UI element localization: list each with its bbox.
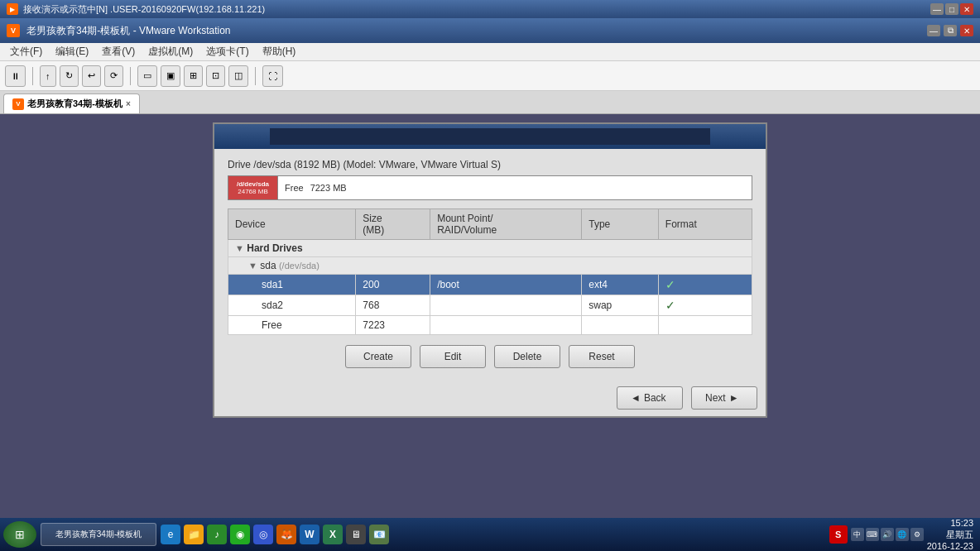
delete-button[interactable]: Delete	[494, 345, 560, 368]
minimize-button[interactable]: —	[930, 3, 944, 15]
windows-icon: ⊞	[15, 528, 25, 541]
partition-dialog: Drive /dev/sda (8192 MB) (Model: VMware,…	[213, 122, 767, 418]
drive-free-size: 7223 MB	[310, 183, 347, 193]
taskbar-media[interactable]: ♪	[207, 525, 227, 544]
menu-help[interactable]: 帮助(H)	[256, 43, 303, 60]
toolbar-fullscreen[interactable]: ⛶	[262, 65, 283, 87]
vmware-window: ▶ 接收演示或示范中[N] .USER-20160920FW(192.168.1…	[0, 0, 980, 518]
title-bar-text: 接收演示或示范中[N] .USER-20160920FW(192.168.11.…	[23, 3, 265, 16]
toolbar-sep3	[255, 67, 256, 85]
taskbar-fox[interactable]: 🦊	[276, 525, 296, 544]
subgroup-sda: ▼ sda (/dev/sda)	[228, 257, 752, 275]
toolbar-refresh[interactable]: ⟳	[104, 65, 123, 87]
group-expand-icon[interactable]: ▼	[235, 243, 244, 253]
tray-icon-3: 🔊	[881, 528, 894, 541]
taskbar-excel[interactable]: X	[323, 525, 343, 544]
reset-button[interactable]: Reset	[569, 345, 635, 368]
sda2-mount	[430, 295, 582, 316]
free-device: Free	[228, 316, 356, 335]
sda1-type: ext4	[582, 275, 659, 295]
next-label: Next	[705, 392, 726, 404]
dialog-header	[214, 124, 766, 149]
toolbar-screen1[interactable]: ▭	[137, 65, 157, 87]
tab-close-button[interactable]: ×	[126, 99, 131, 108]
app-minimize-button[interactable]: —	[927, 25, 940, 36]
chrome-icon: ◎	[259, 529, 267, 540]
next-button[interactable]: Next ►	[691, 386, 757, 410]
app-title-text: 老男孩教育34期-模板机 - VMware Workstation	[26, 24, 231, 38]
tray-icon-5: ⚙	[910, 528, 924, 541]
sda2-size: 768	[356, 295, 430, 316]
nav-row: ◄ Back Next ►	[214, 386, 766, 410]
free-mount	[430, 316, 582, 335]
partition-row-sda2[interactable]: sda2 768 swap ✓	[228, 295, 752, 316]
tray-s-icon[interactable]: S	[829, 525, 848, 544]
tray-icons: 中 ⌨ 🔊 🌐 ⚙	[851, 528, 924, 541]
edit-button[interactable]: Edit	[420, 345, 486, 368]
maximize-button[interactable]: □	[945, 3, 958, 15]
toolbar-undo[interactable]: ↩	[82, 65, 101, 87]
group-label: Hard Drives	[247, 242, 302, 254]
menu-view[interactable]: 查看(V)	[95, 43, 142, 60]
tray-icon-1: 中	[851, 528, 864, 541]
sda1-format: ✓	[658, 275, 752, 295]
taskbar-vmware[interactable]: 老男孩教育34期-模板机	[41, 523, 156, 546]
monitor-icon: 🖥	[351, 529, 361, 540]
menu-tabs[interactable]: 选项卡(T)	[199, 43, 255, 60]
taskbar-green[interactable]: ◉	[230, 525, 250, 544]
menu-file[interactable]: 文件(F)	[3, 43, 49, 60]
toolbar-sep1	[32, 67, 33, 85]
tray-icon-2: ⌨	[866, 528, 879, 541]
back-button[interactable]: ◄ Back	[617, 386, 683, 410]
toolbar-sep2	[130, 67, 131, 85]
toolbar-screen2[interactable]: ▣	[161, 65, 180, 87]
window-controls: — □ ✕	[930, 3, 973, 15]
taskbar-vmware-label: 老男孩教育34期-模板机	[55, 529, 142, 540]
toolbar-recv[interactable]: ↻	[60, 65, 79, 87]
action-buttons: Create Edit Delete Reset	[228, 345, 752, 368]
tray-icon-4: 🌐	[896, 528, 909, 541]
tab-main[interactable]: V 老男孩教育34期-模板机 ×	[3, 93, 140, 113]
drive-visual: /d/dev/sda 24768 MB Free 7223 MB	[228, 175, 752, 200]
back-arrow-icon: ◄	[631, 392, 641, 404]
tray-clock: 15:23 星期五 2016-12-23	[927, 517, 973, 551]
fox-icon: 🦊	[281, 529, 293, 540]
toolbar-send[interactable]: ↑	[40, 65, 56, 87]
dialog-body: Drive /dev/sda (8192 MB) (Model: VMware,…	[214, 149, 766, 378]
drive-free-label: Free	[285, 183, 304, 193]
create-button[interactable]: Create	[345, 345, 411, 368]
app-restore-button[interactable]: ⧉	[944, 25, 957, 36]
toolbar-screen5[interactable]: ◫	[228, 65, 248, 87]
partition-row-sda1[interactable]: sda1 200 /boot ext4 ✓	[228, 275, 752, 295]
taskbar-tray: S 中 ⌨ 🔊 🌐 ⚙ 15:23 星期五 2016-12-23	[829, 517, 977, 551]
media-icon: ♪	[214, 529, 219, 540]
taskbar-monitor[interactable]: 🖥	[346, 525, 366, 544]
toolbar: ⏸ ↑ ↻ ↩ ⟳ ▭ ▣ ⊞ ⊡ ◫ ⛶	[0, 61, 980, 91]
app-close-button[interactable]: ✕	[960, 25, 973, 36]
toolbar-screen3[interactable]: ⊞	[184, 65, 203, 87]
partition-row-free[interactable]: Free 7223	[228, 316, 752, 335]
start-button[interactable]: ⊞	[3, 521, 36, 548]
menu-vm[interactable]: 虚拟机(M)	[142, 43, 199, 60]
next-arrow-icon: ►	[729, 392, 739, 404]
toolbar-screen4[interactable]: ⊡	[206, 65, 225, 87]
fullscreen-icon: ⛶	[268, 71, 277, 81]
tray-date-text: 2016-12-23	[927, 540, 973, 551]
sda1-device: sda1	[228, 275, 356, 295]
taskbar-app[interactable]: 📧	[369, 525, 389, 544]
sda-label: sda	[260, 260, 279, 271]
taskbar-ie[interactable]: e	[161, 525, 180, 544]
toolbar-power[interactable]: ⏸	[5, 65, 26, 87]
tab-icon: V	[12, 98, 24, 110]
sda-expand-icon[interactable]: ▼	[248, 261, 257, 271]
taskbar-word[interactable]: W	[300, 525, 319, 544]
close-button[interactable]: ✕	[960, 3, 973, 15]
screen3-icon: ⊞	[190, 70, 197, 81]
power-icon: ⏸	[11, 71, 20, 81]
drive-title: Drive /dev/sda (8192 MB) (Model: VMware,…	[228, 159, 752, 170]
dialog-header-bar	[270, 128, 711, 145]
partition-table: Device Size(MB) Mount Point/RAID/Volume …	[228, 208, 752, 335]
menu-edit[interactable]: 编辑(E)	[49, 43, 95, 60]
taskbar-chrome[interactable]: ◎	[253, 525, 273, 544]
taskbar-folder[interactable]: 📁	[184, 525, 204, 544]
